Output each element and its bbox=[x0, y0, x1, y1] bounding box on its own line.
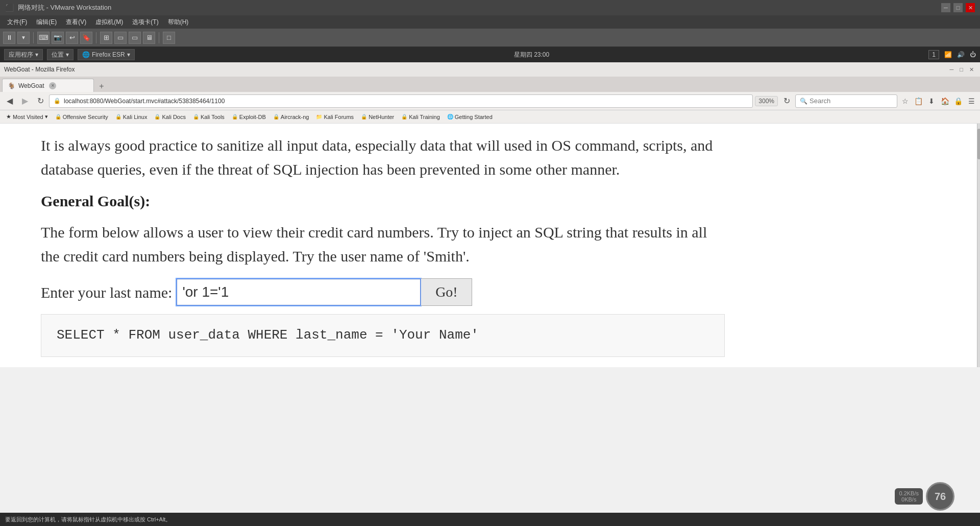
vmware-logo-icon: ⬛ bbox=[5, 4, 14, 12]
revert-icon[interactable]: ↩ bbox=[66, 32, 78, 44]
network-icon: 📶 bbox=[944, 51, 952, 58]
home-icon[interactable]: 🏠 bbox=[939, 95, 950, 107]
pause-icon[interactable]: ⏸ bbox=[3, 32, 15, 44]
location-menu-button[interactable]: 位置 ▾ bbox=[47, 49, 74, 60]
firefox-close-button[interactable]: ✕ bbox=[967, 66, 976, 73]
bookmark-list-icon[interactable]: 📋 bbox=[913, 95, 924, 107]
vmware-toolbar: ⏸ ▼ ⌨ 📷 ↩ 🔖 ⊞ ▭ ▭ 🖥 □ bbox=[0, 29, 980, 47]
sql-display-box: SELECT * FROM user_data WHERE last_name … bbox=[41, 314, 725, 357]
secure-lock-icon: 🔒 bbox=[54, 98, 61, 104]
aircrack-ng-label: Aircrack-ng bbox=[281, 114, 309, 120]
send-key-icon[interactable]: ⌨ bbox=[37, 32, 50, 44]
kali-docs-icon: 🔒 bbox=[154, 114, 160, 119]
shield-icon[interactable]: 🔒 bbox=[952, 95, 964, 107]
vmware-titlebar: ⬛ 网络对抗 - VMware Workstation ─ □ ✕ bbox=[0, 0, 980, 15]
menu-options[interactable]: 选项卡(T) bbox=[128, 17, 162, 28]
nethunter-icon: 🔒 bbox=[361, 114, 367, 119]
firefox-minimize-button[interactable]: ─ bbox=[948, 66, 956, 73]
menu-help[interactable]: 帮助(H) bbox=[164, 17, 193, 28]
refresh-button[interactable]: ↻ bbox=[34, 94, 47, 108]
search-box[interactable]: 🔍 bbox=[795, 94, 897, 108]
sql-query-text: SELECT * FROM user_data WHERE last_name … bbox=[57, 327, 479, 343]
url-text[interactable]: localhost:8080/WebGoat/start.mvc#attack/… bbox=[64, 98, 748, 105]
network-speed-widget: 0.2KB/s 0KB/s 76 bbox=[895, 482, 954, 511]
bookmark-most-visited[interactable]: ★ Most Visited ▾ bbox=[3, 112, 51, 121]
bookmark-getting-started[interactable]: 🌐 Getting Started bbox=[444, 113, 496, 121]
menu-file[interactable]: 文件(F) bbox=[3, 17, 31, 28]
unity-icon[interactable]: □ bbox=[163, 32, 175, 44]
vmware-title-left: ⬛ 网络对抗 - VMware Workstation bbox=[5, 3, 111, 12]
scrollbar-track[interactable] bbox=[977, 124, 980, 367]
power-icon[interactable]: ⏻ bbox=[970, 51, 976, 58]
forward-button[interactable]: ▶ bbox=[18, 94, 32, 108]
browser-menu-button[interactable]: 🌐 Firefox ESR ▾ bbox=[78, 49, 135, 60]
tab-close-button[interactable]: × bbox=[49, 82, 56, 89]
view-icon-4[interactable]: 🖥 bbox=[143, 32, 155, 44]
back-button[interactable]: ◀ bbox=[3, 94, 16, 108]
kali-forums-label: Kali Forums bbox=[324, 114, 354, 120]
browser-arrow-icon: ▾ bbox=[127, 51, 130, 58]
last-name-input[interactable] bbox=[176, 278, 421, 306]
content-area: It is always good practice to sanitize a… bbox=[0, 124, 980, 367]
apps-label: 应用程序 bbox=[9, 51, 33, 59]
menu-view[interactable]: 查看(V) bbox=[62, 17, 90, 28]
goal-heading: General Goal(s): bbox=[41, 189, 725, 212]
page-refresh-button[interactable]: ↻ bbox=[780, 94, 793, 108]
go-button[interactable]: Go! bbox=[421, 278, 472, 306]
exploit-db-icon: 🔒 bbox=[232, 114, 238, 119]
intro-paragraph: It is always good practice to sanitize a… bbox=[41, 134, 725, 181]
url-bar[interactable]: 🔒 localhost:8080/WebGoat/start.mvc#attac… bbox=[49, 94, 753, 108]
browser-label: Firefox ESR bbox=[92, 51, 125, 58]
taskbar-center: 星期四 23:00 bbox=[139, 51, 925, 59]
menu-vm[interactable]: 虚拟机(M) bbox=[91, 17, 127, 28]
bookmark-nethunter[interactable]: 🔒 NetHunter bbox=[358, 113, 397, 121]
bookmark-kali-tools[interactable]: 🔒 Kali Tools bbox=[190, 113, 228, 121]
maximize-button[interactable]: □ bbox=[953, 3, 963, 12]
offensive-security-label: Offensive Security bbox=[63, 114, 108, 120]
bookmark-kali-forums[interactable]: 📁 Kali Forums bbox=[313, 113, 357, 121]
close-button[interactable]: ✕ bbox=[966, 3, 975, 12]
view-icon-3[interactable]: ▭ bbox=[129, 32, 141, 44]
toolbar-dropdown[interactable]: ▼ bbox=[17, 32, 30, 44]
view-split-icon[interactable]: ⊞ bbox=[100, 32, 112, 44]
toolbar-separator-1 bbox=[33, 32, 34, 43]
upload-speed: 0.2KB/s bbox=[899, 490, 919, 496]
menu-edit[interactable]: 编辑(E) bbox=[32, 17, 61, 28]
most-visited-arrow-icon: ▾ bbox=[45, 113, 48, 120]
snapshot-icon[interactable]: 📷 bbox=[52, 32, 64, 44]
bookmark-offensive-security[interactable]: 🔒 Offensive Security bbox=[52, 113, 111, 121]
aircrack-ng-icon: 🔒 bbox=[273, 114, 279, 119]
speed-circle: 76 bbox=[926, 482, 954, 511]
star-icon[interactable]: ☆ bbox=[899, 95, 911, 107]
speed-value: 76 bbox=[935, 491, 946, 503]
bookmark-exploit-db[interactable]: 🔒 Exploit-DB bbox=[229, 113, 269, 121]
apps-menu-button[interactable]: 应用程序 ▾ bbox=[4, 49, 43, 60]
kali-docs-label: Kali Docs bbox=[162, 114, 185, 120]
bookmark-kali-docs[interactable]: 🔒 Kali Docs bbox=[151, 113, 188, 121]
bookmark-kali-training[interactable]: 🔒 Kali Training bbox=[398, 113, 443, 121]
bookmark-kali-linux[interactable]: 🔒 Kali Linux bbox=[112, 113, 151, 121]
vmware-window-title: 网络对抗 - VMware Workstation bbox=[18, 3, 111, 12]
scrollbar-thumb[interactable] bbox=[977, 129, 980, 159]
firefox-tab-webgoat[interactable]: 🐐 WebGoat × bbox=[2, 79, 94, 92]
snapshot-manager-icon[interactable]: 🔖 bbox=[80, 32, 92, 44]
firefox-window-bar: WebGoat - Mozilla Firefox ─ □ ✕ bbox=[0, 62, 980, 77]
sound-icon[interactable]: 🔊 bbox=[957, 51, 965, 58]
firefox-maximize-button[interactable]: □ bbox=[958, 66, 965, 73]
workspace-number[interactable]: 1 bbox=[928, 50, 939, 59]
location-arrow-icon: ▾ bbox=[66, 51, 69, 58]
view-icon-2[interactable]: ▭ bbox=[114, 32, 127, 44]
vmware-window-controls[interactable]: ─ □ ✕ bbox=[941, 3, 975, 12]
tab-add-button[interactable]: + bbox=[96, 81, 107, 92]
bookmark-aircrack-ng[interactable]: 🔒 Aircrack-ng bbox=[270, 113, 312, 121]
status-message: 要返回到您的计算机，请将鼠标指针从虚拟机中移出或按 Ctrl+Alt。 bbox=[5, 516, 171, 523]
last-name-form: Enter your last name: Go! bbox=[41, 278, 725, 306]
menu-icon[interactable]: ☰ bbox=[966, 95, 977, 107]
firefox-window-controls[interactable]: ─ □ ✕ bbox=[948, 66, 976, 73]
download-icon[interactable]: ⬇ bbox=[926, 95, 937, 107]
search-input[interactable] bbox=[810, 97, 881, 105]
zoom-indicator: 300% bbox=[755, 96, 778, 106]
vmware-menu-bar: 文件(F) 编辑(E) 查看(V) 虚拟机(M) 选项卡(T) 帮助(H) bbox=[0, 15, 980, 29]
minimize-button[interactable]: ─ bbox=[941, 3, 950, 12]
bookmarks-bar: ★ Most Visited ▾ 🔒 Offensive Security 🔒 … bbox=[0, 110, 980, 124]
